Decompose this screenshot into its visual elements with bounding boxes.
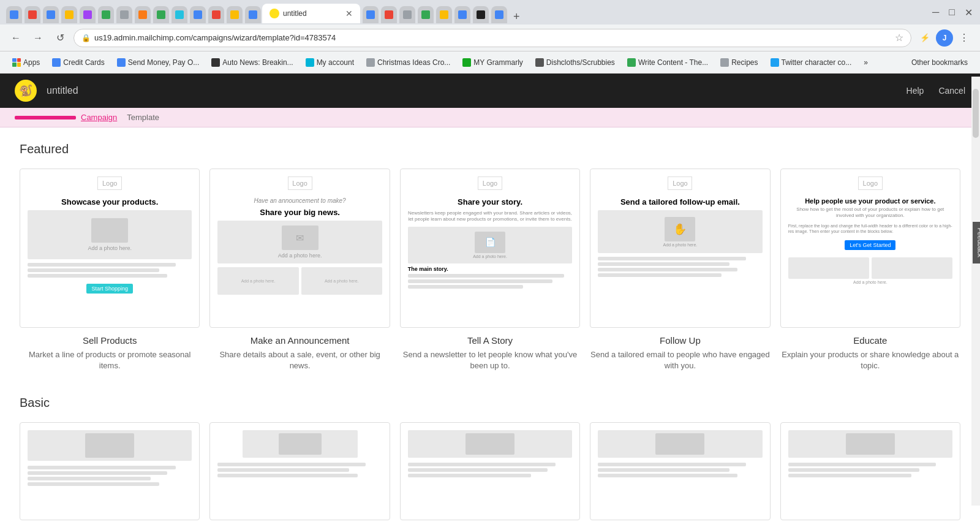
back-button[interactable]: ←: [7, 29, 24, 47]
template-card-sell-products[interactable]: Logo Showcase your products. Add a photo…: [20, 169, 200, 371]
bookmark-twitter[interactable]: Twitter character co...: [766, 56, 857, 69]
bookmark-send-money[interactable]: Send Money, Pay O...: [112, 56, 205, 69]
window-maximize-button[interactable]: □: [946, 4, 957, 21]
window-close-button[interactable]: ✕: [962, 4, 975, 21]
main-content: Featured Logo Showcase your products. Ad…: [0, 127, 980, 527]
bookmark-my-account[interactable]: My account: [301, 56, 359, 69]
preview-text: [788, 474, 911, 477]
app-header: 🐒 untitled Help Cancel: [0, 74, 980, 108]
template-card-basic-3[interactable]: [400, 422, 580, 527]
basic-preview-2[interactable]: [209, 422, 390, 520]
preview-text: [408, 474, 531, 477]
user-profile-button[interactable]: J: [936, 29, 953, 47]
refresh-button[interactable]: ↺: [51, 29, 69, 47]
tab-inactive[interactable]: [491, 6, 507, 23]
template-card-make-announcement[interactable]: Logo Have an announcement to make? Share…: [209, 169, 390, 371]
tab-inactive[interactable]: [6, 6, 22, 23]
template-card-educate[interactable]: Logo Help people use your product or ser…: [780, 169, 960, 371]
tab-inactive[interactable]: [172, 6, 187, 23]
help-link[interactable]: Help: [907, 86, 924, 96]
window-minimize-button[interactable]: ─: [930, 4, 941, 21]
tab-inactive[interactable]: [454, 6, 470, 23]
preview-text: [598, 268, 737, 271]
bookmark-write-content[interactable]: Write Content - The...: [622, 56, 713, 69]
address-bar[interactable]: 🔒 us19.admin.mailchimp.com/campaigns/wiz…: [74, 29, 911, 47]
template-preview-educate[interactable]: Logo Help people use your product or ser…: [780, 169, 960, 328]
template-card-basic-1[interactable]: [20, 422, 200, 527]
tab-inactive[interactable]: [153, 6, 169, 23]
active-tab[interactable]: untitled ✕: [262, 4, 360, 23]
preview-image: ✉ Add a photo here.: [217, 221, 382, 264]
tab-inactive[interactable]: [418, 6, 434, 23]
forward-button[interactable]: →: [29, 29, 47, 47]
template-description: Market a line of products or promote sea…: [20, 349, 200, 371]
notification-bar: Campaign Template: [0, 108, 980, 127]
cancel-link[interactable]: Cancel: [938, 86, 965, 96]
tab-inactive[interactable]: [80, 6, 96, 23]
template-card-tell-a-story[interactable]: Logo Share your story. Newsletters keep …: [400, 169, 580, 371]
template-card-basic-5[interactable]: [780, 422, 960, 527]
tab-close-button[interactable]: ✕: [345, 9, 353, 18]
preview-text: [217, 474, 357, 477]
preview-cta-button: Let's Get Started: [845, 240, 895, 250]
tab-inactive[interactable]: [381, 6, 397, 23]
bookmark-grammarly-label: MY Grammarly: [473, 58, 522, 67]
other-bookmarks-label: Other bookmarks: [911, 58, 968, 67]
tab-inactive[interactable]: [363, 6, 379, 23]
more-options-button[interactable]: ⋮: [956, 29, 973, 47]
mailchimp-logo[interactable]: 🐒: [15, 80, 37, 102]
template-description: Explain your products or share knowledge…: [780, 349, 960, 371]
tab-inactive[interactable]: [208, 6, 224, 23]
browser-titlebar: untitled ✕ + ─ □ ✕: [0, 0, 980, 25]
tab-inactive[interactable]: [43, 6, 59, 23]
basic-preview-5[interactable]: [780, 422, 960, 520]
tab-inactive[interactable]: [245, 6, 261, 23]
preview-section-title: The main story.: [408, 266, 572, 272]
template-card-follow-up[interactable]: Logo Send a tailored follow-up email. ✋ …: [590, 169, 770, 371]
template-preview-tell-a-story[interactable]: Logo Share your story. Newsletters keep …: [400, 169, 580, 328]
preview-text: [28, 274, 167, 278]
basic-preview-image: [598, 430, 762, 458]
template-preview-sell-products[interactable]: Logo Showcase your products. Add a photo…: [20, 169, 200, 328]
extensions-button[interactable]: ⚡: [916, 29, 933, 47]
new-tab-button[interactable]: +: [508, 10, 525, 23]
bookmark-apps[interactable]: Apps: [7, 56, 45, 69]
preview-cta-button: Start Shopping: [86, 284, 133, 294]
bookmark-dishcloths[interactable]: Dishcloths/Scrubbies: [530, 56, 620, 69]
lock-icon: 🔒: [81, 34, 91, 42]
tab-inactive[interactable]: [227, 6, 243, 23]
tab-inactive[interactable]: [116, 6, 132, 23]
basic-preview-3[interactable]: [400, 422, 580, 520]
bookmark-more-button[interactable]: »: [859, 56, 873, 69]
template-preview-follow-up[interactable]: Logo Send a tailored follow-up email. ✋ …: [590, 169, 770, 328]
scrollbar-thumb[interactable]: [973, 89, 979, 138]
template-card-basic-2[interactable]: [209, 422, 390, 527]
bookmark-auto-news[interactable]: Auto News: Breakin...: [206, 56, 298, 69]
bookmark-recipes[interactable]: Recipes: [715, 56, 763, 69]
tab-inactive[interactable]: [473, 6, 489, 23]
scrollbar[interactable]: [971, 77, 980, 506]
preview-logo: Logo: [858, 176, 883, 190]
preview-heading: Share your story.: [408, 197, 572, 207]
progress-bar-fill: [15, 116, 76, 119]
tab-inactive[interactable]: [436, 6, 452, 23]
template-name: Tell A Story: [400, 335, 580, 346]
bookmark-credit-cards[interactable]: Credit Cards: [47, 56, 109, 69]
bookmark-christmas[interactable]: Christmas Ideas Cro...: [361, 56, 455, 69]
bookmark-grammarly[interactable]: MY Grammarly: [458, 56, 527, 69]
template-card-basic-4[interactable]: [590, 422, 770, 527]
tab-inactive[interactable]: [98, 6, 114, 23]
feedback-tab[interactable]: Feedback: [973, 222, 980, 264]
basic-preview-4[interactable]: [590, 422, 770, 520]
bookmark-star-icon[interactable]: ☆: [895, 32, 903, 44]
bookmark-other[interactable]: Other bookmarks: [907, 56, 973, 69]
basic-preview-1[interactable]: [20, 422, 200, 520]
template-preview-make-announcement[interactable]: Logo Have an announcement to make? Share…: [209, 169, 390, 328]
tab-inactive[interactable]: [135, 6, 151, 23]
tab-inactive[interactable]: [190, 6, 206, 23]
tab-inactive[interactable]: [399, 6, 415, 23]
tab-inactive[interactable]: [61, 6, 77, 23]
tab-inactive[interactable]: [24, 6, 40, 23]
preview-logo: Logo: [668, 176, 692, 190]
preview-image: ✋ Add a photo here.: [598, 210, 762, 253]
